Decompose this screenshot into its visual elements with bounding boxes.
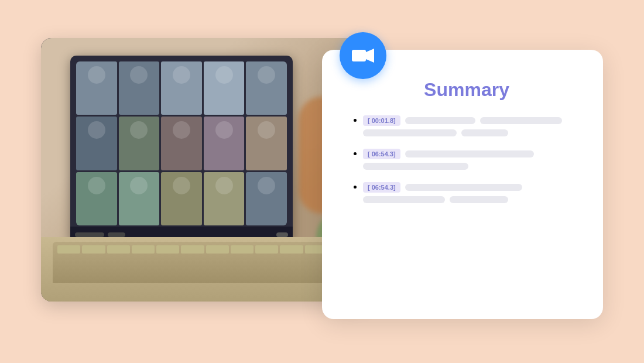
video-cell <box>161 172 202 225</box>
summary-item-2: [ 06:54.3] <box>363 149 582 170</box>
video-cell <box>76 172 117 225</box>
timestamp-badge: [ 06:54.3] <box>363 149 400 159</box>
summary-title: Summary <box>351 79 582 101</box>
video-cell <box>119 61 160 115</box>
video-cell <box>119 117 160 170</box>
laptop-card <box>41 38 369 302</box>
video-cell <box>76 117 117 170</box>
summary-row: [ 00:01.8] <box>363 115 582 126</box>
video-cell <box>246 117 287 170</box>
video-cell <box>161 61 202 115</box>
text-placeholder <box>461 129 508 136</box>
summary-row <box>363 129 582 136</box>
video-cell <box>246 172 287 225</box>
timestamp-badge: [ 06:54.3] <box>363 182 400 193</box>
text-placeholder <box>405 184 522 191</box>
timestamp-badge: [ 00:01.8] <box>363 115 400 126</box>
summary-item-1: [ 00:01.8] <box>363 115 582 136</box>
laptop-screen <box>41 38 369 302</box>
video-cell <box>204 61 245 115</box>
text-placeholder <box>363 196 445 203</box>
text-placeholder <box>363 129 457 136</box>
video-cell <box>204 172 245 225</box>
text-placeholder <box>405 117 475 124</box>
video-cell <box>246 61 287 115</box>
zoom-camera-icon <box>352 47 374 64</box>
text-placeholder <box>405 150 534 157</box>
text-placeholder <box>363 163 468 170</box>
summary-row: [ 06:54.3] <box>363 149 582 159</box>
video-cell <box>76 61 117 115</box>
list-item: [ 06:54.3] <box>363 148 582 170</box>
svg-rect-0 <box>352 50 366 61</box>
scene-container: Summary [ 00:01.8] <box>41 26 603 337</box>
text-placeholder <box>450 196 508 203</box>
summary-row <box>363 163 582 170</box>
svg-marker-1 <box>366 49 374 63</box>
video-cell <box>161 117 202 170</box>
summary-row <box>363 196 582 203</box>
zoom-icon-wrapper <box>340 32 386 79</box>
summary-list: [ 00:01.8] [ 06:54.3] <box>351 115 582 203</box>
summary-card: Summary [ 00:01.8] <box>322 50 603 319</box>
summary-item-3: [ 06:54.3] <box>363 182 582 203</box>
video-grid <box>76 61 287 225</box>
summary-row: [ 06:54.3] <box>363 182 582 193</box>
video-cell <box>119 172 160 225</box>
list-item: [ 06:54.3] <box>363 182 582 203</box>
text-placeholder <box>480 117 562 124</box>
video-cell <box>204 117 245 170</box>
list-item: [ 00:01.8] <box>363 115 582 136</box>
